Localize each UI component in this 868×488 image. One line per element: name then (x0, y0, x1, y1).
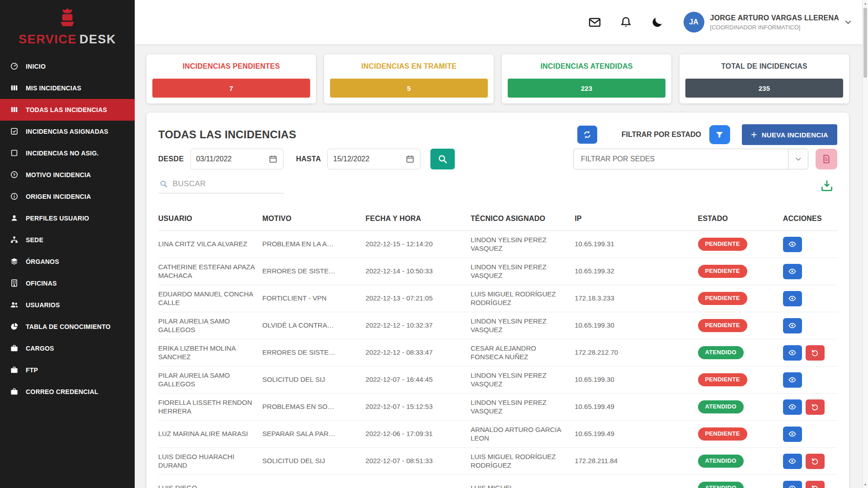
user-role: [COORDINADOR INFORMATICO] (710, 24, 839, 31)
top-bar: JA JORGE ARTURO VARGAS LLERENA [COORDINA… (135, 0, 868, 44)
service-desk-logo-icon (0, 6, 135, 30)
stat-value: 5 (330, 79, 488, 98)
cell-acciones (783, 258, 837, 285)
sidebar-item-todas-las-incidencias[interactable]: TODAS LAS INCIDENCIAS (0, 99, 135, 121)
reopen-incident-button[interactable] (806, 345, 825, 361)
cell-ip (575, 475, 698, 488)
view-incident-button[interactable] (783, 318, 802, 333)
incident-row: CATHERINE ESTEFANI APAZA MACHACAERRORES … (158, 258, 837, 285)
cell-tecnico: LUIS MIGUEL RODRÍGUEZ RODRÍGUEZ (471, 448, 575, 475)
export-button[interactable] (820, 179, 834, 192)
column-header: MOTIVO (262, 207, 365, 231)
stat-label: INCIDENCIAS ATENDIDAS (508, 54, 665, 79)
sedes-report-button[interactable] (816, 149, 837, 169)
stat-card-total: TOTAL DE INCIDENCIAS235 (679, 54, 849, 103)
vertical-scrollbar[interactable]: ▲ ▼ (862, 0, 868, 488)
cell-tecnico: LINDON YELSIN PEREZ VASQUEZ (471, 394, 575, 421)
view-incident-button[interactable] (783, 264, 802, 279)
reopen-incident-button[interactable] (806, 399, 825, 415)
view-incident-button[interactable] (783, 372, 802, 388)
refresh-button[interactable] (577, 126, 597, 144)
reopen-incident-button[interactable] (806, 454, 825, 469)
sidebar-item-ftp[interactable]: FTP (0, 359, 135, 381)
stat-value: 235 (685, 79, 843, 98)
sidebar-item-incidencias-asignadas[interactable]: INCIDENCIAS ASIGNADAS (0, 121, 135, 142)
new-incident-button[interactable]: +NUEVA INCIDENCIA (742, 124, 837, 145)
cell-estado: ATENDIDO (698, 448, 783, 475)
cell-motivo: ERRORES DE SISTE… (262, 258, 365, 285)
reopen-incident-button[interactable] (806, 481, 825, 488)
briefcase-icon (10, 387, 19, 396)
notifications-button[interactable] (619, 16, 632, 29)
eye-icon (788, 457, 797, 465)
view-incident-button[interactable] (783, 399, 802, 415)
sidebar-item-origen-incidencia[interactable]: ORIGEN INCIDENCIA (0, 186, 135, 207)
dark-mode-toggle[interactable] (651, 16, 664, 29)
cell-motivo: ERRORES DE SISTE… (262, 339, 365, 366)
avatar[interactable]: JA (684, 12, 704, 33)
calendar-icon (269, 155, 278, 164)
sidebar-item-label: PERFILES USUARIO (26, 215, 89, 222)
download-icon (820, 179, 834, 192)
stat-label: INCIDENCIAS PENDIENTES (152, 54, 310, 79)
sidebar-item-sede[interactable]: SEDE (0, 229, 135, 251)
search-input[interactable] (173, 179, 283, 188)
cell-acciones (783, 475, 837, 488)
mail-button[interactable] (588, 16, 601, 29)
sidebar-item-mis-incidencias[interactable]: MIS INCIDENCIAS (0, 77, 135, 99)
stat-card-pendientes: INCIDENCIAS PENDIENTES7 (146, 54, 316, 103)
filter-state-button[interactable] (709, 125, 730, 144)
view-incident-button[interactable] (783, 454, 802, 469)
cell-ip: 10.65.199.30 (575, 312, 698, 339)
view-incident-button[interactable] (783, 237, 802, 252)
user-menu-chevron-icon[interactable] (844, 18, 853, 27)
gauge-icon (10, 62, 19, 71)
sidebar-item-cargos[interactable]: CARGOS (0, 338, 135, 359)
sedes-select[interactable]: FILTRAR POR SEDES (573, 149, 808, 169)
date-search-button[interactable] (430, 149, 455, 169)
cell-motivo: SOLICITUD DEL SIJ (262, 448, 365, 475)
view-incident-button[interactable] (783, 427, 802, 442)
cell-tecnico: LUIS MIGUEL (471, 475, 575, 488)
sidebar-item-usuarios[interactable]: USUARIOS (0, 294, 135, 316)
stats-row: INCIDENCIAS PENDIENTES7INCIDENCIAS EN TR… (146, 54, 849, 103)
cell-tecnico: LINDON YELSIN PEREZ VASQUEZ (471, 366, 575, 394)
cell-estado: PENDIENTE (698, 366, 783, 394)
eye-icon (788, 348, 797, 357)
cell-fecha (366, 475, 471, 488)
sidebar-item-incidencias-no-asig[interactable]: INCIDENCIAS NO ASIG. (0, 142, 135, 164)
desde-date-input[interactable]: 03/11/2022 (190, 149, 283, 169)
cell-usuario: LUIS DIEGO (158, 475, 262, 488)
view-incident-button[interactable] (783, 345, 802, 361)
cell-usuario: ERIKA LIZBETH MOLINA SANCHEZ (158, 339, 262, 366)
scroll-up-arrow-icon[interactable]: ▲ (863, 0, 868, 7)
column-header: USUARIO (158, 207, 262, 231)
hasta-date-input[interactable]: 15/12/2022 (327, 149, 420, 169)
sidebar-item-organos[interactable]: ÓRGANOS (0, 251, 135, 272)
sidebar-item-perfiles-usuario[interactable]: PERFILES USUARIO (0, 207, 135, 229)
scrollbar-thumb[interactable] (863, 8, 867, 78)
search-icon (437, 154, 448, 164)
sidebar-item-label: USUARIOS (26, 301, 60, 309)
sidebar-item-label: INCIDENCIAS ASIGNADAS (26, 128, 108, 135)
content-area: INCIDENCIAS PENDIENTES7INCIDENCIAS EN TR… (135, 44, 868, 488)
cell-acciones (783, 394, 837, 421)
view-incident-button[interactable] (783, 291, 802, 306)
sidebar-item-inicio[interactable]: INICIO (0, 56, 135, 77)
cell-ip: 10.65.199.30 (575, 366, 698, 394)
search-box (158, 178, 284, 193)
sidebar-menu: INICIOMIS INCIDENCIASTODAS LAS INCIDENCI… (0, 56, 135, 403)
sidebar-item-label: TODAS LAS INCIDENCIAS (26, 106, 107, 113)
scroll-down-arrow-icon[interactable]: ▼ (863, 481, 868, 488)
sidebar-item-label: FTP (26, 366, 38, 374)
stat-label: INCIDENCIAS EN TRAMITE (330, 54, 488, 79)
sidebar-item-oficinas[interactable]: OFICINAS (0, 272, 135, 294)
cell-acciones (783, 421, 837, 448)
view-incident-button[interactable] (783, 481, 802, 488)
cell-fecha: 2022-12-12 - 08:33:47 (366, 339, 471, 366)
status-badge: PENDIENTE (698, 265, 747, 277)
sidebar-item-correo-credencial[interactable]: CORREO CREDENCIAL (0, 381, 135, 403)
sidebar-item-motivo-incidencia[interactable]: ?MOTIVO INCIDENCIA (0, 164, 135, 186)
sidebar-item-tabla-de-conocimiento[interactable]: TABLA DE CONOCIMIENTO (0, 316, 135, 338)
cell-fecha: 2022-12-07 - 16:44:45 (366, 366, 471, 394)
